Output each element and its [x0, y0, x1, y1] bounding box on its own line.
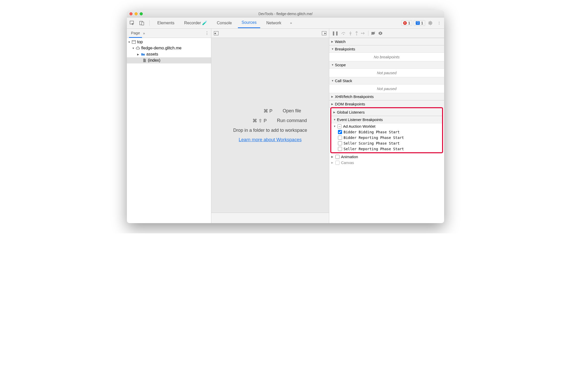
- scope-label: Scope: [335, 63, 346, 67]
- breakpoints-body: No breakpoints: [329, 53, 444, 61]
- minimize-window-button[interactable]: [135, 12, 138, 15]
- run-command-label: Run command: [277, 118, 307, 124]
- debugger-panel: ❚❚ ▶Watch ▼Breakpoints No breakpoints ▼S…: [329, 29, 444, 223]
- ad-auction-label: Ad Auction Worklet: [343, 124, 375, 128]
- svg-rect-12: [380, 32, 381, 34]
- scope-body: Not paused: [329, 69, 444, 77]
- deactivate-breakpoints-icon[interactable]: [371, 31, 376, 35]
- file-icon: [142, 58, 147, 62]
- tree-frame-top[interactable]: ▼ top: [127, 39, 211, 45]
- devtools-window: DevTools - fledge-demo.glitch.me/ Elemen…: [127, 10, 444, 223]
- collapse-navigator-icon[interactable]: [214, 31, 218, 35]
- messages-badge[interactable]: 🗨1: [414, 20, 425, 26]
- step-over-icon[interactable]: [341, 31, 346, 35]
- editor-footer: [211, 213, 329, 223]
- step-out-icon[interactable]: [355, 31, 358, 36]
- inspect-element-icon[interactable]: [128, 19, 136, 27]
- error-icon: ✕: [403, 21, 407, 25]
- pause-on-exceptions-icon[interactable]: [378, 31, 383, 36]
- animation-label: Animation: [341, 155, 358, 159]
- debugger-toolbar: ❚❚: [329, 29, 444, 38]
- navigator-menu-icon[interactable]: ⋮: [205, 31, 209, 36]
- tab-console[interactable]: Console: [213, 18, 236, 28]
- collapse-debugger-icon[interactable]: [322, 31, 326, 35]
- traffic-lights: [129, 12, 143, 15]
- tree-file-index[interactable]: (index): [127, 57, 211, 63]
- folder-icon: [141, 52, 145, 56]
- errors-count: 1: [408, 21, 410, 25]
- tab-network[interactable]: Network: [263, 18, 285, 28]
- close-window-button[interactable]: [129, 12, 133, 15]
- message-icon: 🗨: [416, 21, 420, 25]
- svg-point-9: [361, 33, 362, 34]
- tree-domain[interactable]: ▼ fledge-demo.glitch.me: [127, 45, 211, 51]
- drop-folder-text: Drop in a folder to add to workspace: [233, 128, 307, 133]
- open-file-label: Open file: [283, 108, 301, 114]
- flask-icon: 🧪: [202, 20, 207, 25]
- device-toolbar-icon[interactable]: [138, 19, 145, 27]
- svg-point-3: [430, 22, 431, 24]
- tab-recorder-label: Recorder: [184, 21, 201, 25]
- svg-rect-4: [132, 40, 136, 43]
- workspaces-link[interactable]: Learn more about Workspaces: [239, 137, 302, 143]
- event-checkbox-1[interactable]: [338, 136, 342, 140]
- svg-point-6: [343, 34, 344, 35]
- event-checkbox-3[interactable]: [338, 147, 342, 151]
- event-label-1: Bidder Reporting Phase Start: [344, 136, 404, 140]
- kebab-menu-icon[interactable]: ⋮: [435, 19, 443, 27]
- breakpoints-section-header[interactable]: ▼Breakpoints: [329, 45, 444, 53]
- canvas-checkbox[interactable]: [335, 161, 339, 165]
- open-file-shortcut: ⌘ P: [239, 108, 272, 114]
- breakpoints-label: Breakpoints: [335, 47, 355, 51]
- tab-recorder[interactable]: Recorder🧪: [181, 18, 211, 28]
- global-listeners-section-header[interactable]: ▶Global Listeners: [331, 109, 442, 116]
- highlight-annotation: ▶Global Listeners ▼Event Listener Breakp…: [330, 107, 443, 153]
- more-navigator-tabs-icon[interactable]: »: [143, 31, 145, 35]
- tree-file-label: (index): [148, 58, 160, 63]
- canvas-category[interactable]: ▶Canvas: [329, 160, 444, 166]
- settings-icon[interactable]: [427, 19, 434, 27]
- watch-section-header[interactable]: ▶Watch: [329, 38, 444, 45]
- event-checkbox-0[interactable]: [338, 130, 342, 134]
- editor-panel: ⌘ POpen file ⌘ ⇧ PRun command Drop in a …: [211, 29, 329, 223]
- tree-folder-assets[interactable]: ▶ assets: [127, 51, 211, 57]
- errors-badge[interactable]: ✕1: [401, 20, 412, 26]
- xhr-section-header[interactable]: ▶XHR/fetch Breakpoints: [329, 93, 444, 100]
- page-tab[interactable]: Page: [129, 29, 142, 38]
- navigator-panel: Page » ⋮ ▼ top ▼ fledge-demo.glitch.me ▶: [127, 29, 211, 223]
- more-tabs-icon[interactable]: »: [288, 19, 295, 27]
- step-icon[interactable]: [361, 31, 366, 35]
- window-title: DevTools - fledge-demo.glitch.me/: [127, 12, 444, 16]
- global-listeners-label: Global Listeners: [337, 110, 365, 114]
- dom-section-header[interactable]: ▶DOM Breakpoints: [329, 100, 444, 108]
- event-label-0: Bidder Bidding Phase Start: [344, 130, 400, 134]
- event-seller-scoring-start[interactable]: Seller Scoring Phase Start: [331, 140, 442, 146]
- event-seller-reporting-start[interactable]: Seller Reporting Phase Start: [331, 146, 442, 152]
- event-label-3: Seller Reporting Phase Start: [344, 147, 404, 151]
- titlebar: DevTools - fledge-demo.glitch.me/: [127, 10, 444, 17]
- tab-elements[interactable]: Elements: [154, 18, 178, 28]
- event-checkbox-2[interactable]: [338, 141, 342, 145]
- tree-folder-label: assets: [146, 52, 158, 57]
- watch-label: Watch: [335, 39, 346, 44]
- animation-checkbox[interactable]: [335, 155, 339, 159]
- event-bidder-reporting-start[interactable]: Bidder Reporting Phase Start: [331, 135, 442, 140]
- main-toolbar: Elements Recorder🧪 Console Sources Netwo…: [127, 17, 444, 29]
- svg-point-8: [356, 34, 357, 35]
- tab-sources[interactable]: Sources: [238, 18, 260, 28]
- run-command-shortcut: ⌘ ⇧ P: [233, 118, 267, 124]
- callstack-section-header[interactable]: ▼Call Stack: [329, 77, 444, 84]
- event-bidder-bidding-start[interactable]: Bidder Bidding Phase Start: [331, 129, 442, 135]
- tree-top-label: top: [137, 40, 143, 44]
- ad-auction-worklet-category[interactable]: ▼ − Ad Auction Worklet: [331, 123, 442, 129]
- event-listener-breakpoints-header[interactable]: ▼Event Listener Breakpoints: [331, 116, 442, 123]
- canvas-label: Canvas: [341, 160, 354, 165]
- step-into-icon[interactable]: [349, 31, 352, 36]
- mixed-checkbox-icon[interactable]: −: [337, 124, 342, 128]
- pause-icon[interactable]: ❚❚: [332, 31, 338, 36]
- zoom-window-button[interactable]: [140, 12, 143, 15]
- frame-icon: [131, 40, 136, 44]
- scope-section-header[interactable]: ▼Scope: [329, 61, 444, 69]
- dom-label: DOM Breakpoints: [335, 102, 365, 106]
- animation-category[interactable]: ▶Animation: [329, 154, 444, 160]
